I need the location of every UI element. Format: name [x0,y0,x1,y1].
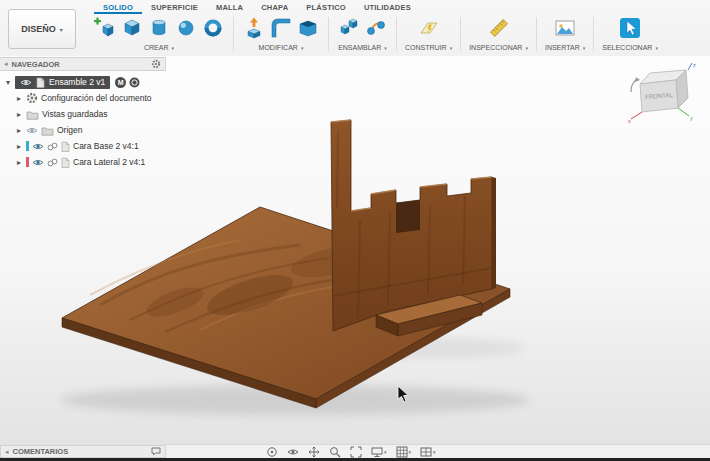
joint-button[interactable] [364,16,388,40]
collapse-panel-icon[interactable]: ◂ [5,448,9,456]
construction-plane-icon [417,16,441,40]
tree-item-cara-base[interactable]: ▸ Cara Base 2 v4:1 [0,138,200,154]
grid-layout-button[interactable]: ▾ [396,446,412,458]
axis-y-label: y [690,115,693,121]
press-pull-button[interactable] [242,16,266,40]
group-label-seleccionar[interactable]: SELECCIONAR ▾ [602,44,658,51]
group-separator [460,17,461,51]
chevron-down-icon: ▾ [172,45,175,51]
joint-icon [364,16,388,40]
orbit-icon [266,446,278,458]
group-label-ensamblar[interactable]: ENSAMBLAR ▾ [338,44,387,51]
coil-primitive-button[interactable] [201,16,225,40]
comments-title: COMENTARIOS [13,447,69,456]
new-component-icon [93,16,117,40]
revolve-button[interactable] [147,16,171,40]
expander-icon[interactable]: ▸ [15,142,23,151]
measure-button[interactable] [487,16,511,40]
group-separator [328,17,329,51]
expander-icon[interactable]: ▸ [15,158,23,167]
folder-icon [26,109,39,120]
insert-canvas-button[interactable] [553,16,577,40]
axis-x-label: x [628,118,631,124]
press-pull-icon [242,16,266,40]
fillet-button[interactable] [269,16,293,40]
tree-item-label: Ensamble 2 v1 [49,77,105,87]
expander-icon[interactable]: ▸ [15,110,23,119]
ribbon-tabs: SOLIDO SUPERFICIE MALLA CHAPA PLÁSTICO U… [94,0,420,14]
group-crear: CREAR ▾ [88,15,230,51]
group-construir: CONSTRUIR ▾ [400,15,457,51]
tab-solido[interactable]: SOLIDO [94,0,142,14]
design-workspace-dropdown[interactable]: DISEÑO ▾ [8,9,76,49]
document-icon [61,141,70,152]
viewports-split-icon [420,446,432,458]
viewports-button[interactable]: ▾ [420,446,436,458]
new-component-button[interactable] [93,16,117,40]
group-separator [593,17,594,51]
tab-plastico[interactable]: PLÁSTICO [297,0,355,14]
new-assembly-button[interactable] [337,16,361,40]
select-tool-button[interactable] [618,16,642,40]
navigator-panel-header[interactable]: ◂ NAVEGADOR [0,57,166,71]
chevron-down-icon: ▾ [450,45,453,51]
tab-utilidades[interactable]: UTILIDADES [355,0,420,14]
active-component-radio-icon[interactable] [129,77,140,88]
document-icon [61,157,70,168]
link-icon [47,142,58,151]
chevron-down-icon: ▾ [655,45,658,51]
look-at-button[interactable] [287,446,299,458]
sphere-primitive-button[interactable] [174,16,198,40]
chevron-down-icon: ▾ [433,449,436,455]
visibility-eye-icon[interactable] [20,78,32,87]
folder-icon [41,125,54,136]
expander-icon[interactable]: ▸ [15,126,23,135]
tree-item-label: Cara Base 2 v4:1 [73,141,139,151]
pan-arrows-icon [308,446,320,458]
expander-icon[interactable]: ▾ [4,78,12,87]
design-workspace-label: DISEÑO [21,24,56,34]
group-label-modificar[interactable]: MODIFICAR ▾ [259,44,304,51]
display-monitor-icon [371,446,383,458]
group-separator [396,17,397,51]
group-inspeccionar: INSPECCIONAR ▾ [464,15,533,51]
navigation-bar: ▾ ▾ ▾ [166,444,710,458]
selected-item-highlight[interactable]: Ensamble 2 v1 [15,76,110,89]
pan-button[interactable] [308,446,320,458]
tree-item-document-settings[interactable]: ▸ Configuración del documento [0,90,200,106]
display-settings-button[interactable]: ▾ [371,446,387,458]
orbit-button[interactable] [266,446,278,458]
comment-bubble-icon[interactable] [151,447,161,456]
zoom-button[interactable] [329,446,341,458]
chevron-down-icon: ▾ [384,449,387,455]
group-label-inspeccionar[interactable]: INSPECCIONAR ▾ [469,44,528,51]
group-label-insertar[interactable]: INSERTAR ▾ [545,44,585,51]
construction-plane-button[interactable] [417,16,441,40]
comments-panel-header[interactable]: ◂ COMENTARIOS [0,445,166,458]
tree-item-label: Configuración del documento [41,93,152,103]
group-separator [233,17,234,51]
group-insertar: INSERTAR ▾ [540,15,590,51]
shell-button[interactable] [296,16,320,40]
group-label-construir[interactable]: CONSTRUIR ▾ [405,44,452,51]
tab-chapa[interactable]: CHAPA [252,0,297,14]
tree-item-cara-lateral[interactable]: ▸ Cara Lateral 2 v4:1 [0,154,200,170]
ribbon-groups: CREAR ▾ [88,15,663,55]
tree-item-origin[interactable]: ▸ Origen [0,122,200,138]
group-label-crear[interactable]: CREAR ▾ [144,44,174,51]
visibility-eye-icon[interactable] [32,142,44,151]
tab-superficie[interactable]: SUPERFICIE [142,0,207,14]
expander-icon[interactable]: ▸ [15,94,23,103]
magnifier-icon [329,446,341,458]
visibility-eye-icon[interactable] [32,158,44,167]
collapse-panel-icon[interactable]: ◂ [4,60,8,68]
panel-gear-icon[interactable] [151,59,161,69]
fit-view-button[interactable] [350,446,362,458]
visibility-eye-icon[interactable] [26,126,38,135]
tree-item-ensamble[interactable]: ▾ Ensamble 2 v1 M [0,74,200,90]
tree-item-saved-views[interactable]: ▸ Vistas guardadas [0,106,200,122]
navigator-tree: ▾ Ensamble 2 v1 M ▸ [0,74,200,170]
box-primitive-button[interactable] [120,16,144,40]
view-cube[interactable]: FRONTAL x y z [626,60,702,126]
tab-malla[interactable]: MALLA [207,0,252,14]
